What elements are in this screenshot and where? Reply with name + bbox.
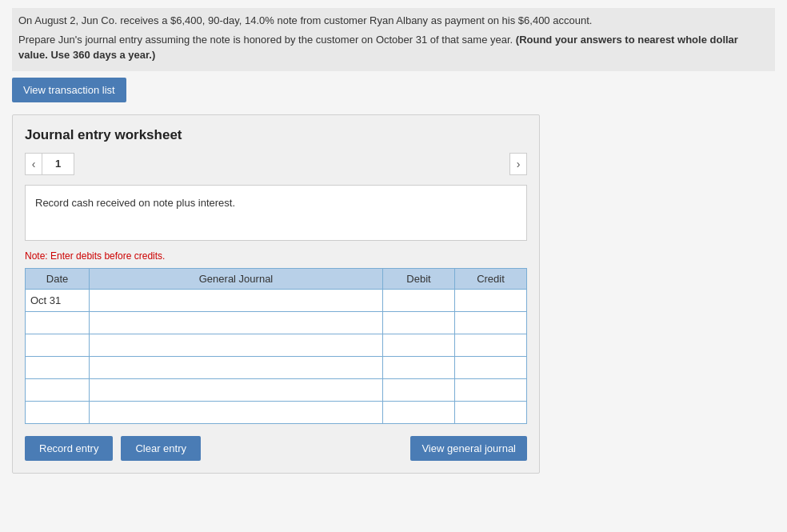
- action-buttons: Record entry Clear entry View general jo…: [25, 436, 527, 461]
- next-tab-button[interactable]: ›: [509, 153, 527, 175]
- date-cell: [26, 401, 90, 423]
- record-entry-button[interactable]: Record entry: [25, 436, 113, 461]
- debit-input[interactable]: [383, 357, 454, 378]
- table-row: Oct 31: [26, 289, 527, 311]
- journal-cell[interactable]: [90, 401, 383, 423]
- journal-table: Date General Journal Debit Credit Oct 31: [25, 268, 527, 424]
- problem-line2-prefix: Prepare Jun's journal entry assuming the…: [18, 34, 513, 46]
- credit-cell[interactable]: [455, 289, 527, 311]
- worksheet-container: Journal entry worksheet ‹ 1 › Record cas…: [12, 114, 540, 474]
- view-transaction-button[interactable]: View transaction list: [12, 78, 126, 102]
- date-cell: Oct 31: [26, 289, 90, 311]
- journal-input[interactable]: [90, 334, 382, 356]
- debit-cell[interactable]: [383, 334, 455, 356]
- journal-input[interactable]: [90, 357, 382, 378]
- journal-input[interactable]: [90, 402, 382, 423]
- view-general-journal-button[interactable]: View general journal: [410, 436, 527, 461]
- credit-cell[interactable]: [455, 334, 527, 356]
- debit-cell[interactable]: [383, 311, 455, 334]
- credit-cell[interactable]: [455, 378, 527, 401]
- chevron-right-icon: ›: [517, 158, 521, 170]
- prev-tab-button[interactable]: ‹: [25, 153, 42, 175]
- table-row: [26, 356, 527, 378]
- note-text: Note: Enter debits before credits.: [25, 250, 527, 262]
- debit-input[interactable]: [383, 312, 454, 334]
- date-cell: [26, 334, 90, 356]
- table-row: [26, 401, 527, 423]
- credit-input[interactable]: [455, 357, 526, 378]
- debit-cell[interactable]: [383, 401, 455, 423]
- date-cell: [26, 356, 90, 378]
- debit-cell[interactable]: [383, 289, 455, 311]
- instruction-box: Record cash received on note plus intere…: [25, 185, 527, 241]
- journal-cell[interactable]: [90, 334, 383, 356]
- tab-number: 1: [42, 153, 74, 175]
- date-header: Date: [26, 268, 90, 289]
- clear-entry-button[interactable]: Clear entry: [121, 436, 201, 461]
- credit-input[interactable]: [455, 379, 526, 401]
- journal-input[interactable]: [90, 379, 382, 401]
- credit-input[interactable]: [455, 402, 526, 423]
- table-row: [26, 311, 527, 334]
- debit-input[interactable]: [383, 334, 454, 356]
- table-row: [26, 378, 527, 401]
- tab-navigation: ‹ 1 ›: [25, 153, 527, 175]
- problem-statement: On August 2, Jun Co. receives a $6,400, …: [12, 8, 775, 71]
- credit-cell[interactable]: [455, 401, 527, 423]
- journal-cell[interactable]: [90, 311, 383, 334]
- problem-line2: Prepare Jun's journal entry assuming the…: [18, 32, 769, 63]
- credit-header: Credit: [455, 268, 527, 289]
- debit-cell[interactable]: [383, 378, 455, 401]
- chevron-left-icon: ‹: [32, 158, 36, 170]
- credit-input[interactable]: [455, 312, 526, 334]
- credit-input[interactable]: [455, 334, 526, 356]
- credit-input[interactable]: [455, 290, 526, 311]
- credit-cell[interactable]: [455, 356, 527, 378]
- debit-input[interactable]: [383, 379, 454, 401]
- instruction-text: Record cash received on note plus intere…: [35, 197, 235, 209]
- journal-cell[interactable]: [90, 356, 383, 378]
- credit-cell[interactable]: [455, 311, 527, 334]
- debit-header: Debit: [383, 268, 455, 289]
- journal-header: General Journal: [90, 268, 383, 289]
- journal-input[interactable]: [90, 312, 382, 334]
- journal-cell[interactable]: [90, 378, 383, 401]
- journal-input[interactable]: [90, 290, 382, 311]
- problem-line1: On August 2, Jun Co. receives a $6,400, …: [18, 13, 769, 29]
- debit-input[interactable]: [383, 290, 454, 311]
- date-cell: [26, 378, 90, 401]
- date-cell: [26, 311, 90, 334]
- worksheet-title: Journal entry worksheet: [25, 127, 527, 143]
- table-row: [26, 334, 527, 356]
- debit-input[interactable]: [383, 402, 454, 423]
- journal-cell[interactable]: [90, 289, 383, 311]
- debit-cell[interactable]: [383, 356, 455, 378]
